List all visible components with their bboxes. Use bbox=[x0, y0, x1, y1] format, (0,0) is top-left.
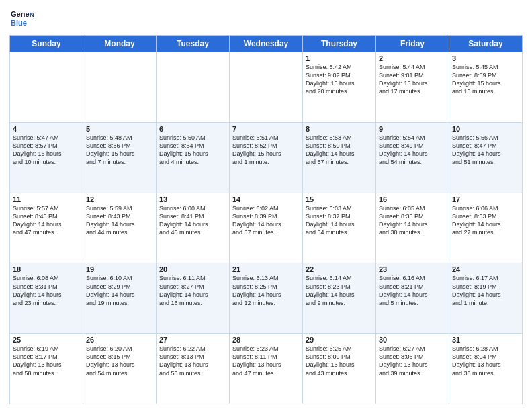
day-number: 8 bbox=[306, 125, 373, 133]
day-number: 4 bbox=[13, 125, 80, 133]
day-info: Sunrise: 6:17 AM Sunset: 8:19 PM Dayligh… bbox=[452, 274, 519, 307]
calendar-cell: 27Sunrise: 6:22 AM Sunset: 8:13 PM Dayli… bbox=[157, 334, 230, 404]
day-info: Sunrise: 5:51 AM Sunset: 8:52 PM Dayligh… bbox=[232, 134, 300, 167]
day-number: 14 bbox=[232, 195, 300, 203]
day-number: 17 bbox=[452, 195, 519, 203]
day-number: 19 bbox=[86, 265, 153, 273]
day-info: Sunrise: 5:59 AM Sunset: 8:43 PM Dayligh… bbox=[86, 204, 153, 237]
day-info: Sunrise: 5:57 AM Sunset: 8:45 PM Dayligh… bbox=[13, 204, 80, 237]
day-info: Sunrise: 6:00 AM Sunset: 8:41 PM Dayligh… bbox=[159, 204, 226, 237]
calendar-cell: 11Sunrise: 5:57 AM Sunset: 8:45 PM Dayli… bbox=[10, 193, 83, 263]
calendar-cell: 23Sunrise: 6:16 AM Sunset: 8:21 PM Dayli… bbox=[376, 263, 449, 334]
calendar-cell: 14Sunrise: 6:02 AM Sunset: 8:39 PM Dayli… bbox=[230, 193, 303, 263]
logo: General Blue bbox=[9, 7, 34, 31]
day-info: Sunrise: 6:19 AM Sunset: 8:17 PM Dayligh… bbox=[13, 345, 80, 377]
calendar-cell: 20Sunrise: 6:11 AM Sunset: 8:27 PM Dayli… bbox=[157, 263, 230, 334]
calendar-cell: 15Sunrise: 6:03 AM Sunset: 8:37 PM Dayli… bbox=[303, 193, 376, 263]
day-number: 21 bbox=[232, 265, 300, 273]
day-number: 23 bbox=[379, 265, 446, 273]
day-number: 25 bbox=[13, 336, 80, 344]
calendar-week-row: 18Sunrise: 6:08 AM Sunset: 8:31 PM Dayli… bbox=[10, 263, 523, 334]
day-info: Sunrise: 6:11 AM Sunset: 8:27 PM Dayligh… bbox=[159, 274, 226, 307]
day-number: 29 bbox=[306, 336, 373, 344]
day-number: 30 bbox=[379, 336, 446, 344]
day-info: Sunrise: 5:47 AM Sunset: 8:57 PM Dayligh… bbox=[13, 134, 80, 167]
calendar-cell: 10Sunrise: 5:56 AM Sunset: 8:47 PM Dayli… bbox=[449, 122, 523, 193]
day-number: 22 bbox=[306, 265, 373, 273]
calendar-week-row: 1Sunrise: 5:42 AM Sunset: 9:02 PM Daylig… bbox=[10, 52, 523, 123]
day-info: Sunrise: 6:03 AM Sunset: 8:37 PM Dayligh… bbox=[306, 204, 373, 237]
day-number: 15 bbox=[306, 195, 373, 203]
day-info: Sunrise: 5:42 AM Sunset: 9:02 PM Dayligh… bbox=[306, 63, 373, 96]
day-info: Sunrise: 6:10 AM Sunset: 8:29 PM Dayligh… bbox=[86, 274, 153, 307]
calendar-cell: 17Sunrise: 6:06 AM Sunset: 8:33 PM Dayli… bbox=[449, 193, 523, 263]
calendar-cell: 7Sunrise: 5:51 AM Sunset: 8:52 PM Daylig… bbox=[230, 122, 303, 193]
day-info: Sunrise: 6:06 AM Sunset: 8:33 PM Dayligh… bbox=[452, 204, 519, 237]
day-info: Sunrise: 6:20 AM Sunset: 8:15 PM Dayligh… bbox=[86, 345, 153, 377]
calendar-cell bbox=[83, 52, 157, 123]
day-info: Sunrise: 5:56 AM Sunset: 8:47 PM Dayligh… bbox=[452, 134, 519, 167]
day-info: Sunrise: 6:14 AM Sunset: 8:23 PM Dayligh… bbox=[306, 274, 373, 307]
header: General Blue bbox=[9, 7, 523, 31]
day-info: Sunrise: 5:50 AM Sunset: 8:54 PM Dayligh… bbox=[159, 134, 226, 167]
calendar-cell bbox=[157, 52, 230, 123]
calendar-cell: 31Sunrise: 6:28 AM Sunset: 8:04 PM Dayli… bbox=[449, 334, 523, 404]
calendar-week-row: 4Sunrise: 5:47 AM Sunset: 8:57 PM Daylig… bbox=[10, 122, 523, 193]
day-number: 31 bbox=[452, 336, 519, 344]
calendar-cell: 26Sunrise: 6:20 AM Sunset: 8:15 PM Dayli… bbox=[83, 334, 157, 404]
day-info: Sunrise: 6:16 AM Sunset: 8:21 PM Dayligh… bbox=[379, 274, 446, 307]
calendar-cell: 13Sunrise: 6:00 AM Sunset: 8:41 PM Dayli… bbox=[157, 193, 230, 263]
day-number: 5 bbox=[86, 125, 153, 133]
day-number: 28 bbox=[232, 336, 300, 344]
calendar-cell: 29Sunrise: 6:25 AM Sunset: 8:09 PM Dayli… bbox=[303, 334, 376, 404]
day-info: Sunrise: 6:13 AM Sunset: 8:25 PM Dayligh… bbox=[232, 274, 300, 307]
calendar-cell: 9Sunrise: 5:54 AM Sunset: 8:49 PM Daylig… bbox=[376, 122, 449, 193]
calendar-cell: 6Sunrise: 5:50 AM Sunset: 8:54 PM Daylig… bbox=[157, 122, 230, 193]
day-info: Sunrise: 6:25 AM Sunset: 8:09 PM Dayligh… bbox=[306, 345, 373, 377]
day-number: 18 bbox=[13, 265, 80, 273]
calendar-cell: 1Sunrise: 5:42 AM Sunset: 9:02 PM Daylig… bbox=[303, 52, 376, 123]
day-info: Sunrise: 6:23 AM Sunset: 8:11 PM Dayligh… bbox=[232, 345, 300, 377]
calendar-cell: 18Sunrise: 6:08 AM Sunset: 8:31 PM Dayli… bbox=[10, 263, 83, 334]
day-info: Sunrise: 5:54 AM Sunset: 8:49 PM Dayligh… bbox=[379, 134, 446, 167]
day-number: 13 bbox=[159, 195, 226, 203]
day-number: 11 bbox=[13, 195, 80, 203]
calendar-cell: 19Sunrise: 6:10 AM Sunset: 8:29 PM Dayli… bbox=[83, 263, 157, 334]
day-info: Sunrise: 5:45 AM Sunset: 8:59 PM Dayligh… bbox=[452, 63, 519, 96]
day-number: 9 bbox=[379, 125, 446, 133]
day-info: Sunrise: 5:48 AM Sunset: 8:56 PM Dayligh… bbox=[86, 134, 153, 167]
calendar-table: SundayMondayTuesdayWednesdayThursdayFrid… bbox=[9, 35, 523, 404]
day-info: Sunrise: 5:44 AM Sunset: 9:01 PM Dayligh… bbox=[379, 63, 446, 96]
calendar-cell: 28Sunrise: 6:23 AM Sunset: 8:11 PM Dayli… bbox=[230, 334, 303, 404]
calendar-cell bbox=[230, 52, 303, 123]
day-info: Sunrise: 5:53 AM Sunset: 8:50 PM Dayligh… bbox=[306, 134, 373, 167]
day-info: Sunrise: 6:28 AM Sunset: 8:04 PM Dayligh… bbox=[452, 345, 519, 377]
day-number: 24 bbox=[452, 265, 519, 273]
page: General Blue SundayMondayTuesdayWednesda… bbox=[0, 0, 532, 411]
logo-svg: General Blue bbox=[9, 7, 34, 31]
calendar-cell bbox=[10, 52, 83, 123]
calendar-header-monday: Monday bbox=[83, 36, 157, 52]
day-number: 3 bbox=[452, 54, 519, 62]
calendar-cell: 25Sunrise: 6:19 AM Sunset: 8:17 PM Dayli… bbox=[10, 334, 83, 404]
day-number: 6 bbox=[159, 125, 226, 133]
day-number: 16 bbox=[379, 195, 446, 203]
day-number: 12 bbox=[86, 195, 153, 203]
calendar-cell: 30Sunrise: 6:27 AM Sunset: 8:06 PM Dayli… bbox=[376, 334, 449, 404]
calendar-header-saturday: Saturday bbox=[449, 36, 523, 52]
day-info: Sunrise: 6:02 AM Sunset: 8:39 PM Dayligh… bbox=[232, 204, 300, 237]
calendar-cell: 24Sunrise: 6:17 AM Sunset: 8:19 PM Dayli… bbox=[449, 263, 523, 334]
calendar-cell: 12Sunrise: 5:59 AM Sunset: 8:43 PM Dayli… bbox=[83, 193, 157, 263]
day-number: 10 bbox=[452, 125, 519, 133]
calendar-cell: 16Sunrise: 6:05 AM Sunset: 8:35 PM Dayli… bbox=[376, 193, 449, 263]
calendar-header-thursday: Thursday bbox=[303, 36, 376, 52]
calendar-cell: 4Sunrise: 5:47 AM Sunset: 8:57 PM Daylig… bbox=[10, 122, 83, 193]
calendar-header-tuesday: Tuesday bbox=[157, 36, 230, 52]
calendar-week-row: 25Sunrise: 6:19 AM Sunset: 8:17 PM Dayli… bbox=[10, 334, 523, 404]
day-number: 20 bbox=[159, 265, 226, 273]
calendar-cell: 8Sunrise: 5:53 AM Sunset: 8:50 PM Daylig… bbox=[303, 122, 376, 193]
day-info: Sunrise: 6:27 AM Sunset: 8:06 PM Dayligh… bbox=[379, 345, 446, 377]
calendar-cell: 21Sunrise: 6:13 AM Sunset: 8:25 PM Dayli… bbox=[230, 263, 303, 334]
calendar-cell: 3Sunrise: 5:45 AM Sunset: 8:59 PM Daylig… bbox=[449, 52, 523, 123]
day-number: 2 bbox=[379, 54, 446, 62]
